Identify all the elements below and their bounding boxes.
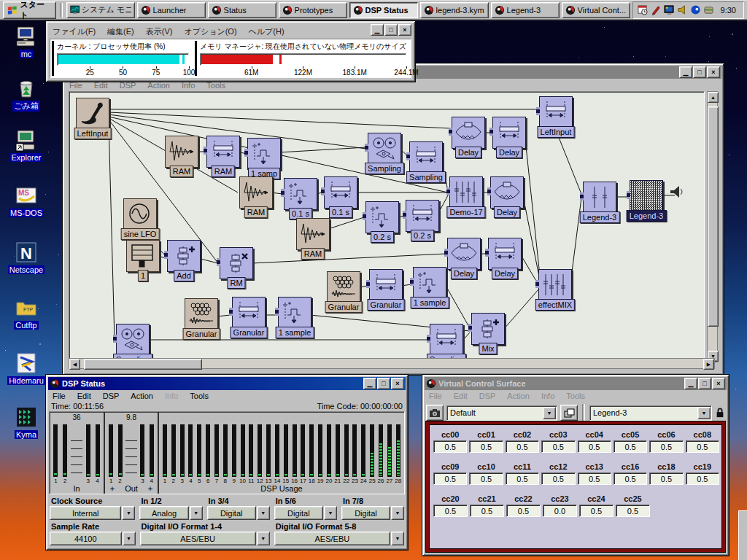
taskbar-button-Prototypes[interactable]: Prototypes xyxy=(279,2,347,18)
menu-Info[interactable]: Info xyxy=(165,392,178,400)
chevron-down-icon[interactable]: ▼ xyxy=(391,506,404,520)
sound-block-RAM[interactable]: RAM xyxy=(239,176,273,209)
menu-DSP[interactable]: DSP xyxy=(479,392,496,400)
menu-Edit[interactable]: Edit xyxy=(454,392,468,400)
cc-value-field[interactable]: 0.5 xyxy=(433,472,467,485)
dsp-titlebar[interactable]: DSP Status ▁ □ × xyxy=(48,377,406,390)
chevron-down-icon[interactable]: ▼ xyxy=(257,506,270,520)
desktop-icon-Explorer[interactable]: Explorer xyxy=(3,128,50,162)
sound-block-1 samp[interactable]: 1 samp xyxy=(247,138,281,170)
cc-value-field[interactable]: 0.5 xyxy=(469,472,503,485)
sound-block-Sampling[interactable]: Sampling xyxy=(368,133,401,165)
sound-block-0.2 s[interactable]: 0.2 s xyxy=(406,200,439,232)
sound-combobox[interactable]: Legend-3 ▼ xyxy=(589,405,712,421)
dropdown-In 3/4[interactable]: Digital▼ xyxy=(207,506,270,520)
menu-Action[interactable]: Action xyxy=(507,392,530,400)
sound-block-Add[interactable]: Add xyxy=(167,240,201,272)
desktop-icon-Hidemaru[interactable]: Hidemaru xyxy=(3,351,50,385)
sound-block-Delay[interactable]: Delay xyxy=(488,238,522,270)
dropdown-In 7/8[interactable]: Digital▼ xyxy=(341,506,404,520)
sound-block-LeftInput[interactable]: LeftInput xyxy=(539,96,573,128)
sound-block-effectMIX[interactable]: effectMIX xyxy=(538,269,572,301)
minimize-button[interactable]: ▁ xyxy=(363,378,376,389)
sound-block-RAM[interactable]: RAM xyxy=(165,136,198,168)
maximize-button[interactable]: □ xyxy=(693,66,706,78)
cc-value-field[interactable]: 0.5 xyxy=(433,440,467,453)
cc-value-field[interactable]: 0.5 xyxy=(433,505,468,517)
sound-block-Mix[interactable]: Mix xyxy=(471,313,505,345)
sound-block-Granular[interactable]: Granular xyxy=(185,298,218,330)
sound-block-Sampling[interactable]: Sampling xyxy=(409,141,443,174)
hscroll-thumb[interactable] xyxy=(84,359,202,370)
menu-オプション(O)[interactable]: オプション(O) xyxy=(184,26,236,37)
vscroll-thumb[interactable] xyxy=(708,106,719,327)
scroll-left-icon[interactable]: ◀ xyxy=(69,359,80,370)
dropdown-Clock Source[interactable]: Internal▼ xyxy=(50,506,135,520)
desktop-icon-Netscape[interactable]: NNetscape xyxy=(3,241,50,274)
desktop-icon-mc[interactable]: mc xyxy=(3,25,50,58)
close-button[interactable]: × xyxy=(707,66,720,78)
sound-block-Legend-3[interactable]: Legend-3 xyxy=(583,182,616,214)
cc-value-field[interactable]: 0.5 xyxy=(506,505,541,517)
cc-value-field[interactable]: 0.5 xyxy=(578,440,611,453)
cc-value-field[interactable]: 0.5 xyxy=(649,440,683,453)
dropdown-Digital I/O Format 5-8[interactable]: AES/EBU▼ xyxy=(274,532,404,545)
close-button[interactable]: × xyxy=(391,378,404,389)
layout-button[interactable] xyxy=(560,405,578,421)
sound-block-RAM[interactable]: RAM xyxy=(296,218,330,250)
cc-value-field[interactable]: 0.5 xyxy=(649,472,683,485)
cc-value-field[interactable]: 0.5 xyxy=(506,440,539,453)
cc-value-field[interactable]: 0.5 xyxy=(541,440,575,453)
menu-ヘルプ(H)[interactable]: ヘルプ(H) xyxy=(249,26,285,37)
sound-block-1[interactable]: 1 xyxy=(126,240,160,272)
maximize-button[interactable]: □ xyxy=(384,24,398,36)
maximize-button[interactable]: □ xyxy=(377,378,390,389)
cc-value-field[interactable]: 0.5 xyxy=(686,472,719,485)
cc-value-field[interactable]: 0.5 xyxy=(541,472,575,485)
flowgraph-hscrollbar[interactable]: ◀ ▶ xyxy=(69,358,715,369)
sound-block-RM[interactable]: RM xyxy=(220,247,253,279)
menu-Info[interactable]: Info xyxy=(541,392,554,400)
snapshot-button[interactable] xyxy=(426,405,444,421)
sound-block-Granular[interactable]: Granular xyxy=(369,269,403,301)
cc-value-field[interactable]: 0.5 xyxy=(614,440,647,453)
dropdown-In 5/6[interactable]: Digital▼ xyxy=(274,506,337,520)
sound-block-Demo-17[interactable]: Demo-17 xyxy=(449,176,483,209)
cc-value-field[interactable]: 0.5 xyxy=(579,505,614,517)
chevron-down-icon[interactable]: ▼ xyxy=(190,506,203,520)
sound-block-0.1 s[interactable]: 0.1 s xyxy=(324,176,357,209)
taskbar-button-Legend-3[interactable]: Legend-3 xyxy=(491,2,560,18)
chevron-down-icon[interactable]: ▼ xyxy=(123,532,136,545)
sound-block-Delay[interactable]: Delay xyxy=(492,117,526,149)
dropdown-Digital I/O Format 1-4[interactable]: AES/EBU▼ xyxy=(140,532,270,545)
menu-Tools[interactable]: Tools xyxy=(190,392,209,400)
sound-block-0.1 s[interactable]: 0.1 s xyxy=(284,178,317,210)
scroll-right-icon[interactable]: ▶ xyxy=(703,359,714,370)
chevron-down-icon[interactable]: ▼ xyxy=(543,407,556,419)
menu-Tools[interactable]: Tools xyxy=(566,392,585,400)
dropdown-Sample Rate[interactable]: 44100▼ xyxy=(50,532,136,545)
preset-combobox[interactable]: Default ▼ xyxy=(446,405,557,421)
chevron-down-icon[interactable]: ▼ xyxy=(122,506,135,520)
sound-block-LeftInput[interactable]: LeftInput xyxy=(76,98,109,130)
taskbar-button-システム モニタ[interactable]: システム モニタ xyxy=(66,2,135,18)
taskbar-button-legend-3.kym[interactable]: legend-3.kym xyxy=(420,2,489,18)
cc-value-field[interactable]: 0.5 xyxy=(506,472,539,485)
menu-表示(V)[interactable]: 表示(V) xyxy=(146,26,173,37)
cc-value-field[interactable]: 0.5 xyxy=(469,440,503,453)
close-button[interactable]: × xyxy=(398,24,411,36)
cc-value-field[interactable]: 0.0 xyxy=(543,505,577,517)
vcs-titlebar[interactable]: Virtual Control Surface ▁ □ × xyxy=(425,377,727,390)
menu-編集(E)[interactable]: 編集(E) xyxy=(107,26,134,37)
sound-block-Legend-3[interactable]: Legend-3 xyxy=(630,180,663,212)
sound-block-Sampling[interactable]: Sampling xyxy=(430,324,463,356)
chevron-down-icon[interactable]: ▼ xyxy=(257,532,270,545)
taskbar-button-Virtual Cont...[interactable]: Virtual Cont... xyxy=(562,2,630,18)
taskbar-button-Status[interactable]: Status xyxy=(208,2,276,18)
desktop-icon-ごみ箱[interactable]: ごみ箱 xyxy=(3,76,50,112)
flowgraph-vscrollbar[interactable]: ▲ ▼ xyxy=(707,91,718,362)
maximize-button[interactable]: □ xyxy=(698,378,711,389)
sound-block-sine LFO[interactable]: sine LFO xyxy=(123,198,157,230)
cc-value-field[interactable]: 0.5 xyxy=(686,440,719,453)
sound-block-1 sample[interactable]: 1 sample xyxy=(413,267,446,299)
